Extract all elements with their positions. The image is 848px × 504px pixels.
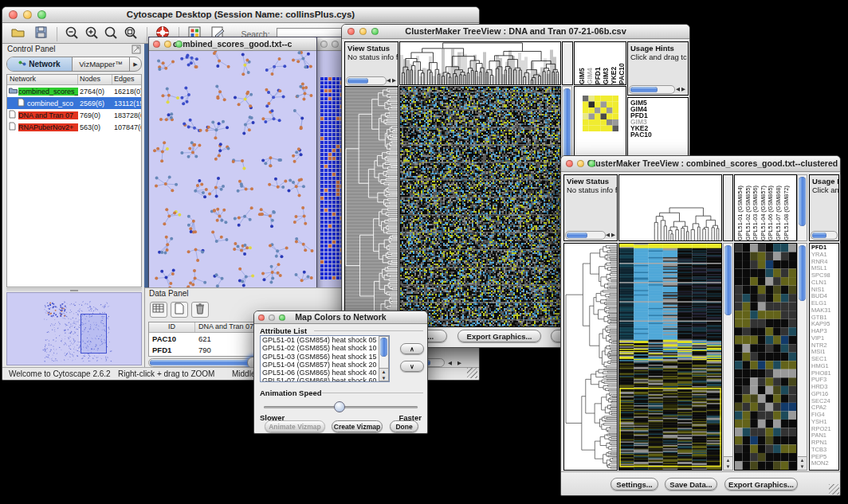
tv2-zoom-heatmap[interactable] bbox=[734, 243, 797, 471]
zoom-out-icon[interactable] bbox=[65, 25, 80, 43]
network-view-window[interactable]: combined_scores_good.txt--cluste... bbox=[148, 37, 317, 299]
tv1-col-label[interactable]: GIM5 bbox=[578, 42, 586, 84]
scroll-left-icon[interactable] bbox=[448, 360, 452, 366]
tv1-hints-scroll-left-icon[interactable] bbox=[676, 86, 680, 92]
treeview2-titlebar[interactable]: ClusterMaker TreeView : combined_scores_… bbox=[561, 156, 840, 172]
tv1-export-graphics-button[interactable]: Export Graphics... bbox=[457, 330, 541, 342]
tv2-gene-label[interactable]: SEC24 bbox=[811, 398, 838, 405]
network-row[interactable]: DNA and Tran 07769(0)183728(0) bbox=[7, 109, 141, 121]
tv1-column-dendrogram[interactable] bbox=[399, 41, 561, 85]
attribute-list-item[interactable]: GPL51-04 (GSM857) heat shock 20 min bbox=[261, 361, 389, 369]
network-overview-panel[interactable] bbox=[6, 292, 142, 365]
tv2-close-button[interactable] bbox=[566, 160, 573, 167]
create-vizmap-button[interactable]: Create Vizmap bbox=[332, 420, 383, 432]
netview-close-button[interactable] bbox=[153, 41, 160, 48]
tv2-gene-label[interactable]: ELG1 bbox=[811, 300, 838, 307]
tv2-gene-label[interactable]: MSI1 bbox=[811, 349, 838, 356]
tv2-zoom-vthumb[interactable] bbox=[799, 245, 806, 301]
tv2-gene-label[interactable]: HMG1 bbox=[811, 363, 838, 370]
overview-viewport-rect[interactable] bbox=[80, 314, 107, 354]
dp-col-id[interactable]: ID bbox=[149, 322, 195, 332]
tv2-gene-label[interactable]: SEC1 bbox=[811, 356, 838, 363]
tv2-gene-label[interactable]: PUF3 bbox=[811, 377, 838, 384]
tv1-status-scroll-right-icon[interactable] bbox=[392, 77, 396, 84]
tv2-gene-label[interactable]: NTR2 bbox=[811, 342, 838, 350]
zoom-selected-icon[interactable] bbox=[124, 25, 139, 43]
attribute-list-item[interactable]: GPL51-01 (GSM854) heat shock 05 min bbox=[261, 336, 389, 344]
tv2-save-data-button[interactable]: Save Data... bbox=[665, 478, 717, 490]
tv2-vscroll-arrows[interactable] bbox=[724, 456, 732, 470]
zoom-fit-icon[interactable] bbox=[104, 25, 120, 43]
scroll-right-icon[interactable] bbox=[457, 360, 461, 366]
tv2-col-label[interactable]: GPL51-04 (GSM857) bbox=[760, 175, 768, 240]
tv1-hints-hscrollbar[interactable] bbox=[629, 85, 675, 94]
tv2-gene-label[interactable]: HRD3 bbox=[811, 384, 838, 391]
tv1-col-label[interactable]: GIM3 bbox=[602, 42, 610, 84]
tv2-gene-label[interactable]: CPA2 bbox=[811, 404, 838, 412]
tv2-hints-hscrollbar[interactable] bbox=[811, 231, 838, 240]
tv2-gene-label[interactable]: YRA1 bbox=[811, 252, 838, 259]
attribute-list-item[interactable]: GPL51-02 (GSM855) heat shock 10 min bbox=[261, 344, 389, 352]
close-button[interactable] bbox=[9, 10, 18, 19]
tv2-status-hthumb[interactable] bbox=[567, 232, 587, 238]
tv2-gene-label[interactable]: MSL1 bbox=[811, 265, 838, 272]
netview-zoom-button[interactable] bbox=[175, 41, 183, 48]
network-row-name[interactable]: combined_scores_ bbox=[18, 88, 78, 96]
tv2-resize-grip[interactable] bbox=[829, 484, 839, 494]
tv2-gene-label[interactable]: KAP95 bbox=[811, 321, 838, 328]
tv1-status-hscrollbar[interactable] bbox=[346, 76, 387, 85]
network-row-name[interactable]: DNA and Tran 07 bbox=[18, 111, 78, 119]
tv1-row-dendrogram[interactable] bbox=[344, 86, 398, 327]
network-row[interactable]: RNAPuberNov2+563(0)107847(0) bbox=[7, 121, 141, 133]
col-header-nodes[interactable]: Nodes bbox=[78, 75, 112, 84]
tv2-gene-label[interactable]: RNR4 bbox=[811, 259, 838, 266]
tv2-collabel-vthumb[interactable] bbox=[799, 177, 806, 226]
tv2-gene-label[interactable]: YSH1 bbox=[811, 419, 838, 426]
tab-vizmapper[interactable]: VizMapper™ bbox=[73, 57, 130, 71]
tv2-gene-label[interactable]: FIG4 bbox=[811, 412, 838, 419]
tv2-col-label[interactable]: GPL51-06 (GSM865) bbox=[767, 175, 775, 240]
tv2-gene-label[interactable]: PEP5 bbox=[811, 454, 838, 461]
tv2-collabel-vscrollbar[interactable] bbox=[797, 174, 807, 241]
float-panel-icon[interactable] bbox=[132, 45, 141, 56]
tv1-hints-hthumb[interactable] bbox=[630, 87, 658, 92]
main-titlebar[interactable]: Cytoscape Desktop (Session Name: collins… bbox=[2, 7, 479, 23]
save-session-icon[interactable] bbox=[34, 25, 49, 43]
tv1-zoom-button[interactable] bbox=[371, 28, 379, 35]
tv2-vscroll-thumb[interactable] bbox=[724, 245, 732, 315]
tv1-row-label[interactable]: PAC10 bbox=[630, 131, 688, 138]
tv2-status-scroll-left-icon[interactable] bbox=[606, 232, 610, 238]
tv2-row-dendrogram[interactable] bbox=[563, 243, 618, 471]
attribute-list-arrows[interactable] bbox=[379, 368, 388, 381]
node-table-icon[interactable] bbox=[150, 302, 167, 318]
tv2-gene-label[interactable]: GPI16 bbox=[811, 391, 838, 398]
zoom-window-button[interactable] bbox=[37, 10, 46, 19]
attribute-list-item[interactable]: GPL51-06 (GSM865) heat shock 40 min bbox=[261, 369, 389, 377]
tv2-status-scroll-right-icon[interactable] bbox=[611, 232, 615, 238]
col-header-network[interactable]: Network bbox=[7, 75, 78, 84]
attribute-list-item[interactable]: GPL51-07 (GSM868) heat shock 60 min bbox=[261, 377, 389, 382]
dialog-zoom-button[interactable] bbox=[279, 315, 285, 321]
tv2-col-label[interactable]: GPL51-08 (GSM872) bbox=[783, 175, 791, 240]
tv1-minimize-button[interactable] bbox=[359, 28, 367, 35]
animate-vizmap-button[interactable]: Animate Vizmap bbox=[265, 420, 325, 432]
move-up-button[interactable]: ∧ bbox=[400, 343, 424, 354]
network-row[interactable]: combined_scores_2764(0)16218(0) bbox=[7, 85, 141, 97]
tv2-zoom-button[interactable] bbox=[588, 160, 595, 167]
tv1-status-scroll-left-icon[interactable] bbox=[387, 77, 391, 84]
tv1-hints-scroll-right-icon[interactable] bbox=[681, 86, 685, 92]
tv1-global-heatmap[interactable] bbox=[583, 96, 618, 131]
tv2-settings-button[interactable]: Settings... bbox=[610, 478, 658, 490]
tv2-hints-hthumb[interactable] bbox=[812, 232, 826, 238]
tv2-gene-label[interactable]: TCB3 bbox=[811, 447, 838, 454]
tv2-gene-label[interactable]: RPO21 bbox=[811, 426, 838, 433]
netview-minimize-button[interactable] bbox=[164, 41, 171, 48]
attribute-list-vscrollbar[interactable] bbox=[379, 336, 389, 381]
attribute-listbox[interactable]: GPL51-01 (GSM854) heat shock 05 minGPL51… bbox=[260, 335, 390, 382]
done-button[interactable]: Done bbox=[390, 420, 418, 432]
tab-overflow-arrow[interactable]: ▶ bbox=[130, 57, 141, 71]
tv1-heatmap[interactable] bbox=[399, 86, 561, 327]
tv2-zoom-vscrollbar[interactable] bbox=[797, 243, 807, 471]
treeview1-titlebar[interactable]: ClusterMaker TreeView : DNA and Tran 07-… bbox=[342, 25, 689, 39]
minimize-button[interactable] bbox=[23, 10, 32, 19]
